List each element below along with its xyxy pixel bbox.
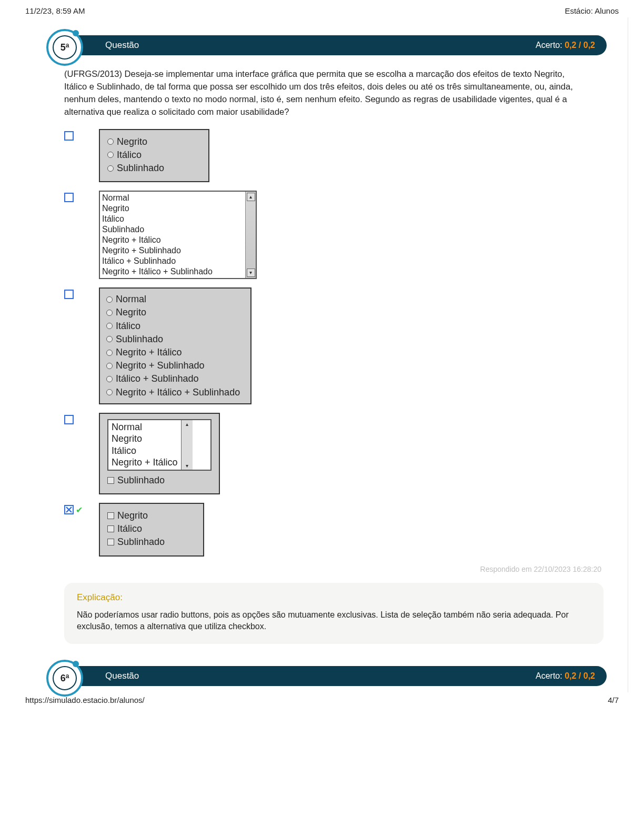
radio-icon <box>106 350 113 356</box>
option-b[interactable]: Normal Negrito Itálico Sublinhado Negrit… <box>64 191 607 279</box>
option-d-widget: Normal Negrito Itálico Negrito + Itálico… <box>99 413 220 494</box>
radio-icon <box>107 152 114 158</box>
question-header: 6ª Questão Acerto: 0,2 / 0,2 <box>37 663 607 688</box>
radio-icon <box>106 363 113 369</box>
checkbox-icon <box>64 290 74 299</box>
answer-options: Negrito Itálico Sublinhado Normal Negrit… <box>64 129 607 557</box>
option-e[interactable]: ✔ Negrito Itálico Sublinhado <box>64 503 607 557</box>
footer-page: 4/7 <box>608 696 619 704</box>
question-header: 5ª Questão Acerto: 0,2 / 0,2 <box>37 32 607 57</box>
radio-icon <box>106 336 113 342</box>
explanation-text: Não poderíamos usar radio buttons, pois … <box>77 609 591 633</box>
radio-icon <box>106 389 113 395</box>
question-number: 6ª <box>53 666 77 690</box>
option-b-widget: Normal Negrito Itálico Sublinhado Negrit… <box>99 191 257 279</box>
score-earned: 0,2 <box>565 41 576 49</box>
option-d[interactable]: Normal Negrito Itálico Negrito + Itálico… <box>64 413 607 494</box>
question-label: Questão <box>105 40 139 51</box>
score-max: 0,2 <box>583 41 595 49</box>
explanation-heading: Explicação: <box>77 592 591 603</box>
question-number: 5ª <box>53 35 77 59</box>
question-6: 6ª Questão Acerto: 0,2 / 0,2 <box>37 663 607 688</box>
option-e-widget: Negrito Itálico Sublinhado <box>99 503 204 557</box>
option-a[interactable]: Negrito Itálico Sublinhado <box>64 129 607 183</box>
radio-icon <box>106 323 113 329</box>
checkbox-icon <box>107 539 114 545</box>
scroll-down-icon[interactable]: ▾ <box>247 269 255 277</box>
question-number-badge: 5ª <box>46 29 83 66</box>
score-block: Acerto: 0,2 / 0,2 <box>536 41 595 50</box>
radio-icon <box>106 376 113 382</box>
radio-icon <box>107 138 114 145</box>
explanation-box: Explicação: Não poderíamos usar radio bu… <box>64 583 603 644</box>
option-c[interactable]: Normal Negrito Itálico Sublinhado Negrit… <box>64 287 607 404</box>
option-c-widget: Normal Negrito Itálico Sublinhado Negrit… <box>99 287 251 404</box>
score-max: 0,2 <box>583 671 595 680</box>
footer-url: https://simulado.estacio.br/alunos/ <box>25 696 145 704</box>
option-a-widget: Negrito Itálico Sublinhado <box>99 129 209 183</box>
score-block: Acerto: 0,2 / 0,2 <box>536 671 595 681</box>
question-label: Questão <box>105 671 139 681</box>
checkbox-icon <box>107 477 114 484</box>
question-number-badge: 6ª <box>46 660 83 697</box>
print-header: 11/2/23, 8:59 AM Estácio: Alunos <box>0 0 644 17</box>
checkbox-icon <box>64 415 74 424</box>
dropdown-icon[interactable]: ▴▾ <box>181 420 193 470</box>
checkbox-icon <box>107 512 114 519</box>
radio-icon <box>106 296 113 303</box>
checkbox-icon <box>64 131 74 141</box>
checkbox-icon <box>64 193 74 202</box>
scrollbar[interactable]: ▴ ▾ <box>245 192 256 278</box>
print-datetime: 11/2/23, 8:59 AM <box>25 6 85 15</box>
question-5: 5ª Questão Acerto: 0,2 / 0,2 (UFRGS/2013… <box>37 32 607 644</box>
print-title: Estácio: Alunos <box>565 6 619 15</box>
print-footer: https://simulado.estacio.br/alunos/ 4/7 <box>0 692 644 714</box>
score-earned: 0,2 <box>565 671 576 680</box>
question-stem: (UFRGS/2013) Deseja-se implementar uma i… <box>64 68 586 118</box>
radio-icon <box>106 310 113 316</box>
scroll-up-icon[interactable]: ▴ <box>247 193 255 201</box>
radio-icon <box>107 165 114 172</box>
checkbox-wrong-icon <box>64 505 74 514</box>
check-correct-icon: ✔ <box>76 505 83 515</box>
page-body: 5ª Questão Acerto: 0,2 / 0,2 (UFRGS/2013… <box>16 17 628 692</box>
checkbox-icon <box>107 525 114 532</box>
responded-timestamp: Respondido em 22/10/2023 16:28:20 <box>37 565 601 573</box>
